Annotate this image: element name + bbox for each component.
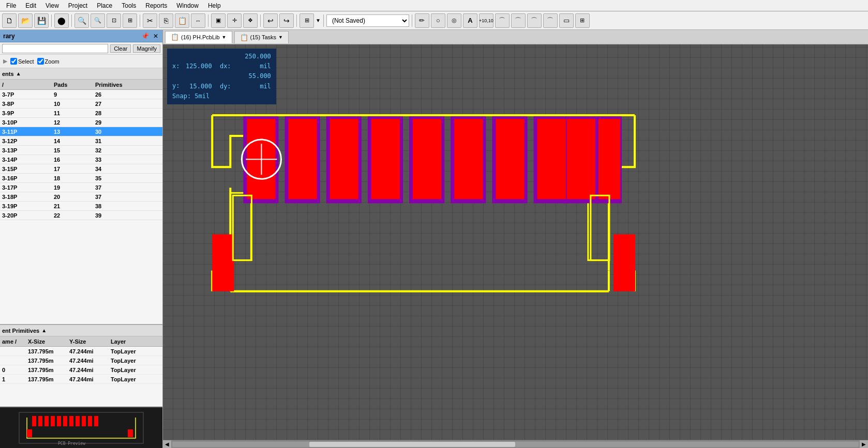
comp-cell-prims-3: 29 bbox=[93, 119, 162, 126]
zoom-out-button[interactable]: 🔍 bbox=[91, 13, 105, 28]
prim-row-2[interactable]: 0 137.795m 47.244mi TopLayer bbox=[0, 365, 162, 375]
tab-pcblib-icon: 📋 bbox=[171, 33, 179, 41]
comp-row-12[interactable]: 3-19P 21 38 bbox=[0, 202, 162, 211]
zoom-checkbox-label[interactable]: Zoom bbox=[37, 58, 59, 65]
not-saved-dropdown[interactable]: (Not Saved) bbox=[326, 14, 409, 27]
comp-cell-name-3: 3-10P bbox=[0, 119, 52, 126]
comp-row-1[interactable]: 3-8P 10 27 bbox=[0, 99, 162, 109]
menu-project[interactable]: Project bbox=[64, 1, 92, 10]
paste-button[interactable]: 📋 bbox=[175, 13, 189, 28]
primitives-title: ent Primitives bbox=[2, 328, 39, 334]
grid-dropdown-arrow[interactable]: ▼ bbox=[316, 18, 321, 23]
zoom-area-button[interactable]: ⊞ bbox=[123, 13, 137, 28]
tab-dropdown-arrow[interactable]: ▼ bbox=[222, 35, 227, 40]
components-section: ents ▲ / Pads Primitives 3-7P 9 26 3-8P … bbox=[0, 68, 162, 324]
coord-tool[interactable]: +10,10 bbox=[479, 13, 493, 28]
target-tool[interactable]: ◎ bbox=[447, 13, 461, 28]
menu-window[interactable]: Window bbox=[172, 1, 203, 10]
circle-tool[interactable]: ○ bbox=[431, 13, 445, 28]
h-scrollbar[interactable]: ◀ ▶ bbox=[163, 440, 868, 448]
comp-row-8[interactable]: 3-15P 17 34 bbox=[0, 164, 162, 174]
select-button[interactable]: ▣ bbox=[211, 13, 226, 28]
comp-row-3[interactable]: 3-10P 12 29 bbox=[0, 118, 162, 127]
prim-row-3[interactable]: 1 137.795m 47.244mi TopLayer bbox=[0, 375, 162, 384]
clear-button[interactable]: Clear bbox=[110, 44, 131, 53]
redo-button[interactable]: ↪ bbox=[279, 13, 294, 28]
text-tool[interactable]: A bbox=[463, 13, 477, 28]
comp-row-10[interactable]: 3-17P 19 37 bbox=[0, 183, 162, 192]
menu-tools[interactable]: Tools bbox=[117, 1, 140, 10]
scroll-right-arrow[interactable]: ▶ bbox=[860, 440, 868, 449]
grid2-tool[interactable]: ⊞ bbox=[575, 13, 590, 28]
tab-tasks-dropdown[interactable]: ▼ bbox=[278, 35, 283, 40]
arc4-tool[interactable]: ⌒ bbox=[543, 13, 558, 28]
save-button[interactable]: 💾 bbox=[34, 13, 49, 28]
rect-tool[interactable]: ▭ bbox=[559, 13, 574, 28]
sep8 bbox=[412, 14, 412, 27]
svg-rect-2 bbox=[38, 416, 42, 426]
comp-cell-prims-12: 38 bbox=[93, 203, 162, 209]
layer-button[interactable]: ⬤ bbox=[54, 13, 69, 28]
zoom-fit-button[interactable]: ⊡ bbox=[107, 13, 121, 28]
comp-row-2[interactable]: 3-9P 11 28 bbox=[0, 109, 162, 118]
panel-close-button[interactable]: ✕ bbox=[152, 33, 159, 40]
svg-rect-10 bbox=[88, 416, 92, 426]
grid-button[interactable]: ⊞ bbox=[300, 13, 314, 28]
poly-button[interactable]: ❖ bbox=[243, 13, 258, 28]
arc3-tool[interactable]: ⌒ bbox=[527, 13, 542, 28]
comp-row-11[interactable]: 3-18P 20 37 bbox=[0, 192, 162, 202]
menu-view[interactable]: View bbox=[41, 1, 63, 10]
components-resize[interactable]: ▲ bbox=[16, 71, 21, 76]
new-button[interactable]: 🗋 bbox=[2, 13, 17, 28]
menu-place[interactable]: Place bbox=[93, 1, 116, 10]
search-input[interactable] bbox=[2, 44, 108, 53]
cross-button[interactable]: ✛ bbox=[227, 13, 242, 28]
comp-cell-pads-5: 14 bbox=[52, 138, 93, 144]
prim-resize-btn[interactable]: ▲ bbox=[41, 328, 47, 333]
pcb-canvas[interactable]: x: 125.000 dx: 250.000 mil y: 15.000 dy:… bbox=[163, 44, 868, 440]
svg-rect-46 bbox=[591, 195, 609, 260]
scroll-track[interactable] bbox=[172, 442, 859, 447]
menu-edit[interactable]: Edit bbox=[21, 1, 40, 10]
comp-row-13[interactable]: 3-20P 22 39 bbox=[0, 211, 162, 220]
comp-cell-name-7: 3-14P bbox=[0, 157, 52, 163]
copy-button[interactable]: ⎘ bbox=[159, 13, 173, 28]
magnify-button[interactable]: Magnify bbox=[133, 44, 160, 53]
comp-cell-name-9: 3-16P bbox=[0, 175, 52, 181]
scroll-thumb[interactable] bbox=[309, 442, 515, 447]
arc2-tool[interactable]: ⌒ bbox=[511, 13, 526, 28]
comp-row-9[interactable]: 3-16P 18 35 bbox=[0, 174, 162, 183]
svg-text:PCB Preview: PCB Preview bbox=[58, 441, 85, 446]
select-checkbox-label[interactable]: Select bbox=[10, 58, 34, 65]
tab-pcblib[interactable]: 📋 (16) PH.PcbLib ▼ bbox=[165, 31, 232, 43]
comp-row-4[interactable]: 3-11P 13 30 bbox=[0, 127, 162, 136]
zoom-in-button[interactable]: 🔍 bbox=[74, 13, 89, 28]
undo-button[interactable]: ↩ bbox=[263, 13, 278, 28]
tab-tasks[interactable]: 📋 (15) Tasks ▼ bbox=[234, 31, 289, 43]
comp-row-6[interactable]: 3-13P 15 32 bbox=[0, 146, 162, 155]
scroll-left-arrow[interactable]: ◀ bbox=[163, 440, 171, 449]
tab-tasks-icon: 📋 bbox=[240, 34, 248, 41]
menu-help[interactable]: Help bbox=[204, 1, 225, 10]
comp-cell-prims-11: 37 bbox=[93, 194, 162, 200]
prim-cell-layer-0: TopLayer bbox=[109, 348, 162, 354]
menu-file[interactable]: File bbox=[2, 1, 20, 10]
cut-button[interactable]: ✂ bbox=[143, 13, 157, 28]
zoom-checkbox[interactable] bbox=[37, 58, 44, 65]
prim-row-0[interactable]: 137.795m 47.244mi TopLayer bbox=[0, 347, 162, 356]
comp-list: 3-7P 9 26 3-8P 10 27 3-9P 11 28 3-10P 12… bbox=[0, 90, 162, 324]
menu-reports[interactable]: Reports bbox=[141, 1, 171, 10]
comp-row-7[interactable]: 3-14P 16 33 bbox=[0, 155, 162, 164]
svg-rect-0 bbox=[19, 412, 143, 443]
pen-tool[interactable]: ✏ bbox=[415, 13, 429, 28]
comp-row-5[interactable]: 3-12P 14 31 bbox=[0, 136, 162, 146]
prim-row-1[interactable]: 137.795m 47.244mi TopLayer bbox=[0, 356, 162, 365]
col-name-header[interactable]: / bbox=[0, 82, 52, 88]
comp-row-0[interactable]: 3-7P 9 26 bbox=[0, 90, 162, 99]
open-button[interactable]: 📂 bbox=[18, 13, 33, 28]
select-checkbox[interactable] bbox=[10, 58, 17, 65]
sep1 bbox=[51, 14, 52, 27]
arc1-tool[interactable]: ⌒ bbox=[495, 13, 510, 28]
panel-pin-button[interactable]: 📌 bbox=[140, 33, 150, 40]
move-button[interactable]: ↔ bbox=[191, 13, 205, 28]
